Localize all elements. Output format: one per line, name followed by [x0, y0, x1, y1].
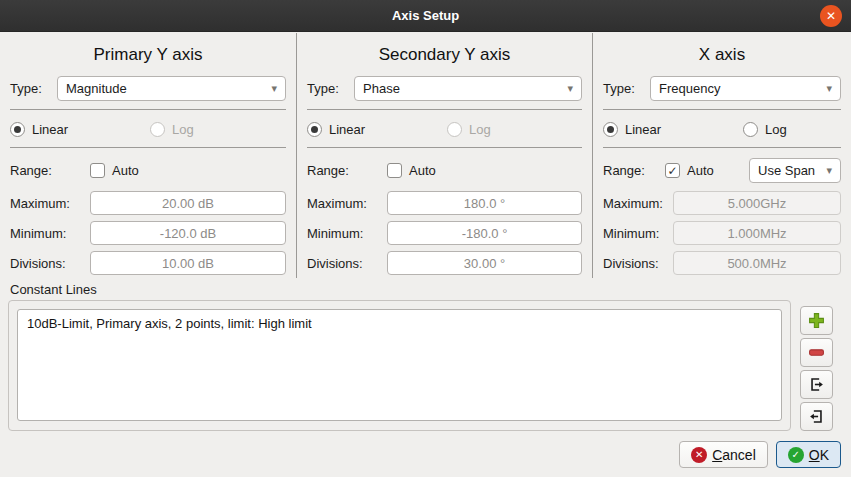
secondary-divisions-field[interactable]: 30.00 °	[387, 251, 582, 275]
minus-icon	[808, 344, 825, 361]
x-divisions-field: 500.0MHz	[673, 251, 841, 275]
x-log-label: Log	[765, 122, 787, 137]
divider	[603, 109, 841, 110]
axis-columns: Primary Y axis Type: Magnitude ▾ Linear …	[0, 33, 851, 278]
x-type-select[interactable]: Frequency ▾	[650, 76, 841, 101]
x-axis-section: X axis Type: Frequency ▾ Linear Log Rang…	[593, 33, 851, 278]
export-icon	[808, 376, 825, 393]
primary-maximum-field[interactable]: 20.00 dB	[90, 191, 286, 215]
chevron-down-icon: ▾	[271, 82, 277, 95]
add-line-button[interactable]	[800, 306, 833, 335]
ok-button[interactable]: ✓ OK	[776, 441, 841, 468]
primary-log-radio: Log	[150, 122, 194, 137]
secondary-log-label: Log	[469, 122, 491, 137]
primary-linear-radio[interactable]: Linear	[10, 122, 150, 137]
x-minimum-label: Minimum:	[603, 226, 673, 241]
primary-auto-label: Auto	[112, 163, 139, 178]
primary-y-axis-title: Primary Y axis	[10, 43, 286, 69]
close-icon[interactable]: ✕	[820, 5, 842, 27]
secondary-minimum-label: Minimum:	[307, 226, 387, 241]
secondary-range-label: Range:	[307, 163, 387, 178]
titlebar: Axis Setup ✕	[0, 0, 851, 32]
secondary-linear-label: Linear	[329, 122, 365, 137]
secondary-y-axis-section: Secondary Y axis Type: Phase ▾ Linear Lo…	[297, 33, 593, 278]
secondary-maximum-label: Maximum:	[307, 196, 387, 211]
x-maximum-field: 5.000GHz	[673, 191, 841, 215]
secondary-y-axis-title: Secondary Y axis	[307, 43, 582, 69]
primary-divisions-label: Divisions:	[10, 256, 90, 271]
radio-icon	[743, 122, 758, 137]
secondary-type-value: Phase	[363, 81, 567, 96]
constant-lines-list[interactable]: 10dB-Limit, Primary axis, 2 points, limi…	[17, 309, 782, 421]
secondary-auto-label: Auto	[409, 163, 436, 178]
x-axis-title: X axis	[603, 43, 841, 69]
divider	[307, 109, 582, 110]
divider	[10, 109, 286, 110]
primary-maximum-label: Maximum:	[10, 196, 90, 211]
secondary-minimum-field[interactable]: -180.0 °	[387, 221, 582, 245]
primary-auto-checkbox[interactable]	[90, 163, 105, 178]
remove-line-button[interactable]	[800, 338, 833, 367]
x-minimum-field: 1.000MHz	[673, 221, 841, 245]
secondary-divisions-label: Divisions:	[307, 256, 387, 271]
dialog-buttons: ✕ Cancel ✓ OK	[679, 441, 841, 468]
cancel-button[interactable]: ✕ Cancel	[679, 441, 768, 468]
x-linear-label: Linear	[625, 122, 661, 137]
constant-lines-group: 10dB-Limit, Primary axis, 2 points, limi…	[8, 300, 791, 431]
chevron-down-icon: ▾	[826, 164, 832, 177]
window-title: Axis Setup	[392, 8, 459, 23]
list-item[interactable]: 10dB-Limit, Primary axis, 2 points, limi…	[18, 310, 781, 337]
check-icon: ✓	[667, 165, 677, 177]
primary-y-axis-section: Primary Y axis Type: Magnitude ▾ Linear …	[0, 33, 297, 278]
plus-icon	[808, 312, 825, 329]
primary-minimum-field[interactable]: -120.0 dB	[90, 221, 286, 245]
ok-icon: ✓	[788, 447, 804, 463]
constant-lines-label: Constant Lines	[10, 282, 97, 297]
x-span-select[interactable]: Use Span ▾	[749, 158, 841, 183]
divider	[10, 147, 286, 148]
secondary-maximum-field[interactable]: 180.0 °	[387, 191, 582, 215]
import-icon	[808, 408, 825, 425]
constant-lines-actions	[800, 306, 833, 431]
primary-type-value: Magnitude	[66, 81, 271, 96]
radio-icon	[307, 122, 322, 137]
primary-log-label: Log	[172, 122, 194, 137]
export-line-button[interactable]	[800, 370, 833, 399]
x-auto-label: Auto	[687, 163, 714, 178]
chevron-down-icon: ▾	[826, 82, 832, 95]
secondary-log-radio: Log	[447, 122, 491, 137]
primary-minimum-label: Minimum:	[10, 226, 90, 241]
x-range-label: Range:	[603, 163, 665, 178]
radio-icon	[447, 122, 462, 137]
primary-divisions-field[interactable]: 10.00 dB	[90, 251, 286, 275]
x-type-value: Frequency	[659, 81, 826, 96]
x-maximum-label: Maximum:	[603, 196, 673, 211]
x-linear-radio[interactable]: Linear	[603, 122, 743, 137]
divider	[307, 147, 582, 148]
primary-linear-label: Linear	[32, 122, 68, 137]
radio-icon	[150, 122, 165, 137]
cancel-icon: ✕	[691, 447, 707, 463]
cancel-label: Cancel	[712, 447, 756, 463]
radio-icon	[603, 122, 618, 137]
import-line-button[interactable]	[800, 402, 833, 431]
radio-icon	[10, 122, 25, 137]
primary-type-select[interactable]: Magnitude ▾	[57, 76, 286, 101]
x-auto-checkbox[interactable]: ✓	[665, 163, 680, 178]
x-type-label: Type:	[603, 81, 650, 96]
secondary-type-select[interactable]: Phase ▾	[354, 76, 582, 101]
ok-label: OK	[809, 447, 829, 463]
chevron-down-icon: ▾	[567, 82, 573, 95]
secondary-linear-radio[interactable]: Linear	[307, 122, 447, 137]
x-span-value: Use Span	[758, 163, 826, 178]
secondary-type-label: Type:	[307, 81, 354, 96]
divider	[603, 147, 841, 148]
primary-type-label: Type:	[10, 81, 57, 96]
x-divisions-label: Divisions:	[603, 256, 673, 271]
secondary-auto-checkbox[interactable]	[387, 163, 402, 178]
x-log-radio[interactable]: Log	[743, 122, 787, 137]
primary-range-label: Range:	[10, 163, 90, 178]
